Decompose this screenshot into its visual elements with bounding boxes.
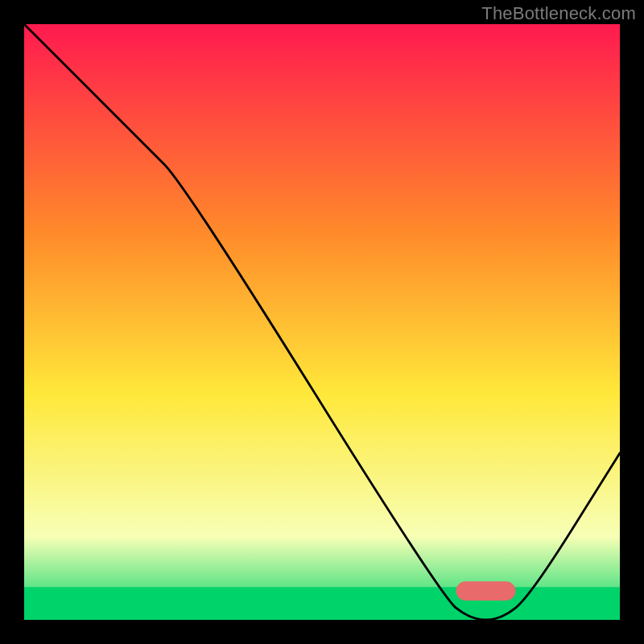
watermark-text: TheBottleneck.com [481, 3, 636, 24]
chart-plot-area [24, 24, 620, 620]
chart-svg [24, 24, 620, 620]
optimum-marker [456, 581, 516, 601]
outer-frame: TheBottleneck.com [0, 0, 644, 644]
